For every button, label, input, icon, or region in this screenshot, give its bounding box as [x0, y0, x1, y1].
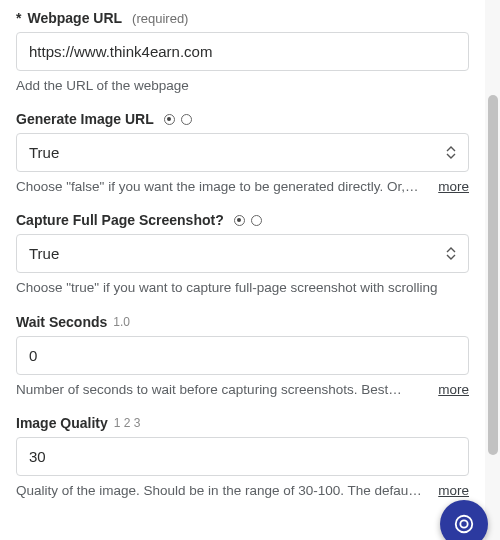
more-link[interactable]: more: [438, 382, 469, 397]
radio-option-2[interactable]: [181, 114, 192, 125]
wait-seconds-help: Number of seconds to wait before capturi…: [16, 381, 426, 399]
capture-full-page-help: Choose "true" if you want to capture ful…: [16, 279, 469, 297]
generate-image-url-select[interactable]: True: [16, 133, 469, 172]
radio-group: [164, 114, 192, 125]
generate-image-url-help: Choose "false" if you want the image to …: [16, 178, 426, 196]
radio-option-1[interactable]: [234, 215, 245, 226]
generate-image-url-label: Generate Image URL: [16, 111, 154, 127]
chevron-updown-icon: [446, 247, 456, 260]
label-row: Wait Seconds 1.0: [16, 314, 469, 330]
chevron-updown-icon: [446, 146, 456, 159]
scrollbar-thumb[interactable]: [488, 95, 498, 455]
field-image-quality: Image Quality 1 2 3 Quality of the image…: [16, 415, 469, 500]
label-row: Capture Full Page Screenshot?: [16, 212, 469, 228]
wait-seconds-label: Wait Seconds: [16, 314, 107, 330]
select-value: True: [29, 245, 59, 262]
more-link[interactable]: more: [438, 179, 469, 194]
label-row: * Webpage URL (required): [16, 10, 469, 26]
webpage-url-label: Webpage URL: [27, 10, 122, 26]
field-webpage-url: * Webpage URL (required) Add the URL of …: [16, 10, 469, 95]
capture-full-page-label: Capture Full Page Screenshot?: [16, 212, 224, 228]
radio-option-2[interactable]: [251, 215, 262, 226]
image-quality-annot: 1 2 3: [114, 416, 141, 430]
svg-point-1: [460, 520, 467, 527]
image-quality-input[interactable]: [16, 437, 469, 476]
select-value: True: [29, 144, 59, 161]
label-row: Generate Image URL: [16, 111, 469, 127]
webpage-url-input[interactable]: [16, 32, 469, 71]
form-scroll-area: * Webpage URL (required) Add the URL of …: [0, 0, 485, 540]
help-fab-button[interactable]: [440, 500, 488, 540]
help-row: Choose "false" if you want the image to …: [16, 178, 469, 196]
radio-group: [234, 215, 262, 226]
help-row: Quality of the image. Should be in the r…: [16, 482, 469, 500]
more-link[interactable]: more: [438, 483, 469, 498]
help-row: Number of seconds to wait before capturi…: [16, 381, 469, 399]
wait-seconds-annot: 1.0: [113, 315, 130, 329]
image-quality-label: Image Quality: [16, 415, 108, 431]
help-row: Add the URL of the webpage: [16, 77, 469, 95]
svg-point-0: [456, 516, 473, 533]
label-row: Image Quality 1 2 3: [16, 415, 469, 431]
field-capture-full-page: Capture Full Page Screenshot? True Choos…: [16, 212, 469, 297]
field-wait-seconds: Wait Seconds 1.0 Number of seconds to wa…: [16, 314, 469, 399]
field-generate-image-url: Generate Image URL True Choose "false" i…: [16, 111, 469, 196]
wait-seconds-input[interactable]: [16, 336, 469, 375]
required-text: (required): [132, 11, 188, 26]
help-row: Choose "true" if you want to capture ful…: [16, 279, 469, 297]
webpage-url-help: Add the URL of the webpage: [16, 77, 469, 95]
required-star: *: [16, 10, 21, 26]
radio-option-1[interactable]: [164, 114, 175, 125]
capture-full-page-select[interactable]: True: [16, 234, 469, 273]
help-icon: [453, 513, 475, 535]
image-quality-help: Quality of the image. Should be in the r…: [16, 482, 426, 500]
scrollbar-track[interactable]: [485, 0, 500, 540]
